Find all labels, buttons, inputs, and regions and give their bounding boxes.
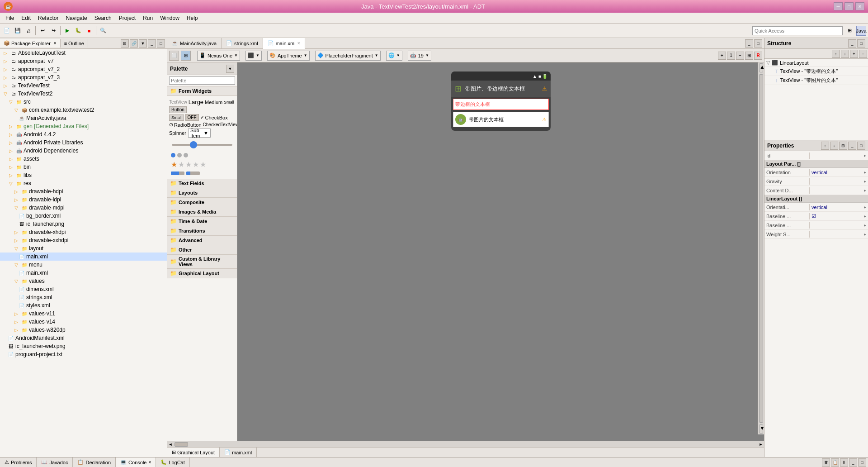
prop-id-row[interactable]: Id ▸ <box>764 151 868 160</box>
console-copy-button[interactable]: 📋 <box>831 458 839 467</box>
menu-help[interactable]: Help <box>183 14 202 22</box>
spinner-control[interactable]: Sub Item ▼ <box>188 129 211 138</box>
tab-problems[interactable]: ⚠ Problems <box>0 457 37 467</box>
menu-navigate[interactable]: Navigate <box>62 14 90 22</box>
menu-window[interactable]: Window <box>156 14 183 22</box>
palette-layouts-header[interactable]: 📁 Layouts <box>167 188 237 198</box>
large-text[interactable]: Large <box>189 99 203 105</box>
tree-item-appcompat3[interactable]: ▷ 🗂 appcompat_v7_3 <box>0 73 167 81</box>
properties-maximize-button[interactable]: □ <box>857 142 865 150</box>
structure-minimize-button[interactable]: _ <box>848 39 856 48</box>
palette-menu-button[interactable]: ▼ <box>226 65 234 73</box>
button-widget[interactable]: Button <box>169 106 187 113</box>
tree-item-layout[interactable]: ▽ 📁 layout <box>0 244 167 253</box>
perspective-button[interactable]: ⊞ <box>844 26 854 36</box>
portrait-button[interactable]: ⬜ <box>169 51 179 61</box>
palette-text-fields-header[interactable]: 📁 Text Fields <box>167 179 237 188</box>
properties-minimize-button[interactable]: _ <box>848 142 856 150</box>
ratingbar-widget[interactable]: ★ ★ ★ ★ ★ <box>169 159 235 170</box>
tab-mainxml[interactable]: 📄 main.xml × <box>263 38 305 49</box>
tree-item-res[interactable]: ▽ 📁 res <box>0 179 167 187</box>
tree-item-appcompat2[interactable]: ▷ 🗂 appcompat_v7_2 <box>0 65 167 73</box>
tab-strings[interactable]: 📄 strings.xml <box>222 38 263 49</box>
tree-item-values-w820dp[interactable]: ▷ 📁 values-w820dp <box>0 326 167 334</box>
palette-form-widgets-header[interactable]: 📁 Form Widgets <box>167 86 237 96</box>
palette-composite-header[interactable]: 📁 Composite <box>167 198 237 207</box>
struct-textview-1[interactable]: T TextView - "带边框的文本" <box>764 67 868 76</box>
zoom-in-button[interactable]: + <box>718 52 726 60</box>
quick-access-input[interactable] <box>752 26 843 35</box>
medium-text[interactable]: Medium <box>205 100 222 105</box>
tree-item-bg-border[interactable]: 📄 bg_border.xml <box>0 212 167 220</box>
tab-logcat[interactable]: 🐛 LogCat <box>156 457 189 467</box>
console-close[interactable]: × <box>148 460 151 465</box>
close-button[interactable]: ✕ <box>855 2 864 10</box>
prop-baseline2-row[interactable]: Baseline ... ▸ <box>764 221 868 230</box>
tree-item-proguard[interactable]: 📄 proguard-project.txt <box>0 350 167 358</box>
zoom-to-fit-button[interactable]: R <box>754 52 762 60</box>
tree-item-android442[interactable]: ▷ 🤖 Android 4.4.2 <box>0 130 167 138</box>
tree-item-dimens[interactable]: 📄 dimens.xml <box>0 285 167 293</box>
minimize-button[interactable]: ─ <box>834 2 843 10</box>
progressbar-widget-2[interactable] <box>186 172 200 175</box>
tree-item-styles[interactable]: 📄 styles.xml <box>0 301 167 310</box>
tree-item-appcompat[interactable]: ▷ 🗂 appcompat_v7 <box>0 57 167 65</box>
print-button[interactable]: 🖨 <box>24 26 33 36</box>
tree-item-package[interactable]: ▽ 📦 com.example.textviewtest2 <box>0 106 167 114</box>
package-explorer-close[interactable]: × <box>54 41 57 46</box>
editor-maximize-button[interactable]: □ <box>754 39 762 48</box>
menu-file[interactable]: File <box>2 14 18 22</box>
palette-transitions-header[interactable]: 📁 Transitions <box>167 226 237 236</box>
vscroll-down-button[interactable]: ▼ <box>759 424 763 434</box>
prop-orientation-row[interactable]: Orientation vertical ▸ <box>764 168 868 177</box>
new-button[interactable]: 📄 <box>2 26 12 36</box>
menu-refactor[interactable]: Refactor <box>34 14 62 22</box>
prop-section-layoutpar[interactable]: Layout Par... [] <box>764 160 868 168</box>
maximize-panel-button[interactable]: □ <box>157 39 165 48</box>
checkedtextview-label[interactable]: CheckedTextView <box>203 122 237 127</box>
tree-item-drawable-xhdpi[interactable]: ▷ 📁 drawable-xhdpi <box>0 228 167 236</box>
tree-item-bin[interactable]: ▷ 📁 bin <box>0 163 167 171</box>
tree-item-menu-main-xml[interactable]: 📄 main.xml <box>0 269 167 277</box>
hscroll-right-arrow[interactable]: ► <box>758 442 764 447</box>
small-text[interactable]: Small <box>224 100 234 105</box>
fragment-selector[interactable]: 🔷 PlaceholderFragment ▼ <box>315 51 381 61</box>
zoom-100-button[interactable]: 1 <box>727 52 735 60</box>
palette-time-date-header[interactable]: 📁 Time & Date <box>167 217 237 226</box>
tree-item-values-v14[interactable]: ▷ 📁 values-v14 <box>0 318 167 326</box>
tree-item-gen[interactable]: ▷ 📁 gen [Generated Java Files] <box>0 122 167 130</box>
stop-button[interactable]: ■ <box>84 26 94 36</box>
prop-weight-row[interactable]: Weight S... ▸ <box>764 230 868 239</box>
minimize-panel-button[interactable]: _ <box>148 39 156 48</box>
tree-item-assets[interactable]: ▷ 📁 assets <box>0 155 167 163</box>
maximize-button[interactable]: □ <box>844 2 854 10</box>
tree-item-values-v11[interactable]: ▷ 📁 values-v11 <box>0 310 167 318</box>
tree-item-drawable-ldpi[interactable]: ▷ 📁 drawable-ldpi <box>0 195 167 204</box>
console-maximize-button[interactable]: □ <box>858 458 866 467</box>
tree-item-strings[interactable]: 📄 strings.xml <box>0 293 167 301</box>
seekbar-widget[interactable] <box>169 138 235 151</box>
spinner-widget[interactable]: Spinner Sub Item ▼ <box>169 129 211 138</box>
tree-item-absolute[interactable]: ▷ 🗂 AbsoluteLayoutTest <box>0 49 167 57</box>
tree-item-libs[interactable]: ▷ 📁 libs <box>0 171 167 179</box>
tree-item-menu[interactable]: ▽ 📁 menu <box>0 261 167 269</box>
canvas-vscroll[interactable]: ▲ ▼ <box>758 62 764 434</box>
theme-selector[interactable]: 🎨 AppTheme ▼ <box>267 51 310 61</box>
language-selector[interactable]: 🌐 ▼ <box>386 51 402 61</box>
tree-item-private-libs[interactable]: ▷ 🤖 Android Private Libraries <box>0 138 167 147</box>
vscroll-thumb[interactable] <box>759 74 763 423</box>
prop-orientation2-row[interactable]: Orientati... vertical ▸ <box>764 203 868 212</box>
properties-tool-1[interactable]: ↑ <box>821 142 829 150</box>
menu-edit[interactable]: Edit <box>18 14 34 22</box>
tab-close-button[interactable]: × <box>297 41 300 46</box>
hscroll-left-arrow[interactable]: ◄ <box>167 442 174 447</box>
small-widget[interactable]: Small <box>169 114 184 121</box>
struct-linearlayout[interactable]: ▽ ⬛ LinearLayout <box>764 59 868 67</box>
tree-item-androidmanifest[interactable]: 📄 AndroidManifest.xml <box>0 334 167 342</box>
menu-run[interactable]: Run <box>139 14 156 22</box>
tab-javadoc[interactable]: 📖 Javadoc <box>37 457 73 467</box>
undo-button[interactable]: ↩ <box>38 26 47 36</box>
palette-advanced-header[interactable]: 📁 Advanced <box>167 236 237 245</box>
collapse-all-button[interactable]: ⊟ <box>121 39 129 48</box>
zoom-out-button[interactable]: − <box>736 52 744 60</box>
